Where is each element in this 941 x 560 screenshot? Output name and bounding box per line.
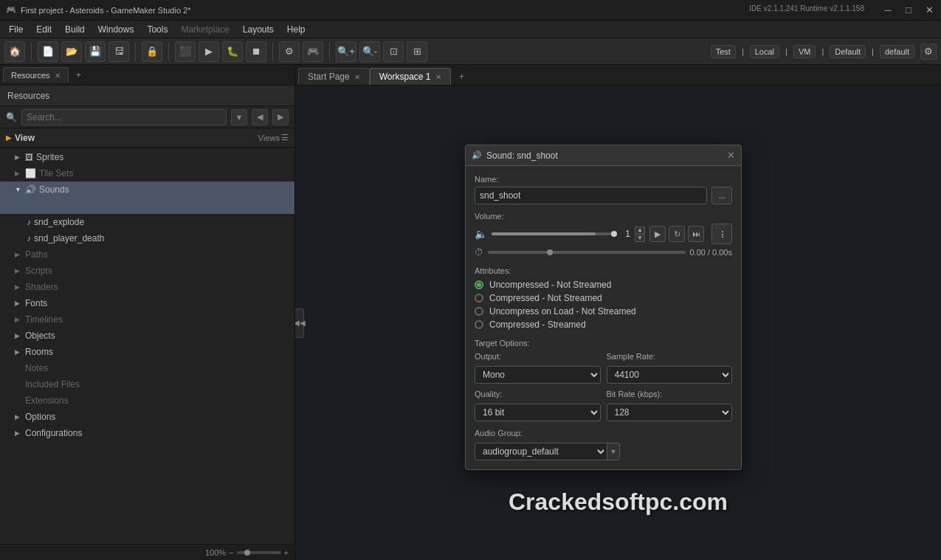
views-menu-icon[interactable]: ☰ xyxy=(281,133,289,142)
attr-compressed-streamed[interactable]: Compressed - Streamed xyxy=(475,319,732,330)
toolbar-zoom-reset[interactable]: ⊡ xyxy=(383,41,404,62)
tab-workspace-1[interactable]: Workspace 1 ✕ xyxy=(370,68,451,85)
volume-spinner: ▲ ▼ xyxy=(635,227,645,242)
toolbar-lock[interactable]: 🔒 xyxy=(142,41,162,62)
sound-dialog-close[interactable]: ✕ xyxy=(727,150,735,161)
output-select-row: Mono Stereo xyxy=(475,366,601,384)
tree-notes[interactable]: Notes xyxy=(0,360,294,376)
tree-scripts[interactable]: ▶ Scripts xyxy=(0,263,294,279)
panel-tab-add[interactable]: + xyxy=(72,68,86,83)
output-select[interactable]: Mono Stereo xyxy=(475,366,601,384)
toolbar-local[interactable]: Local xyxy=(750,45,779,58)
start-page-tab-close[interactable]: ✕ xyxy=(354,73,360,81)
sample-rate-select[interactable]: 44100 22050 11025 xyxy=(607,366,733,384)
tree-options[interactable]: ▶ Options xyxy=(0,409,294,425)
tab-start-page[interactable]: Start Page ✕ xyxy=(298,68,370,85)
paths-label: Paths xyxy=(25,249,48,260)
loop-button[interactable]: ↻ xyxy=(669,226,685,242)
search-next-btn[interactable]: ▶ xyxy=(272,109,289,125)
tree-objects[interactable]: ▶ Objects xyxy=(0,328,294,344)
volume-spin-up[interactable]: ▲ xyxy=(635,227,645,234)
progress-bar[interactable] xyxy=(488,251,686,254)
maximize-button[interactable]: □ xyxy=(903,4,914,16)
audio-group-select[interactable]: audiogroup_default xyxy=(475,443,607,460)
close-button[interactable]: ✕ xyxy=(923,4,935,16)
menu-file[interactable]: File xyxy=(3,23,29,36)
tree-paths[interactable]: ▶ Paths xyxy=(0,246,294,263)
toolbar-settings[interactable]: ⚙ xyxy=(279,41,300,62)
toolbar-default1[interactable]: Default xyxy=(830,45,866,58)
tree-configurations[interactable]: ▶ Configurations xyxy=(0,425,294,441)
toolbar-run[interactable]: ▶ xyxy=(199,41,219,62)
volume-row: 🔈 1 ▲ ▼ ▶ ↻ ⏭ xyxy=(475,224,732,244)
toolbar-settings2[interactable]: ⚙ xyxy=(920,44,937,60)
browse-button[interactable]: ... xyxy=(711,187,732,204)
toolbar-debug[interactable]: 🐛 xyxy=(222,41,243,62)
search-prev-btn[interactable]: ◀ xyxy=(252,109,268,125)
quality-select[interactable]: 16 bit 8 bit xyxy=(475,404,601,421)
playback-controls: ▶ ↻ ⏭ xyxy=(649,226,704,242)
search-input[interactable] xyxy=(21,109,227,125)
tree-timelines[interactable]: ▶ Timelines xyxy=(0,311,294,328)
toolbar-save[interactable]: 💾 xyxy=(85,41,106,62)
tree-fonts[interactable]: ▶ Fonts xyxy=(0,295,294,311)
collapse-handle[interactable]: ◀◀ xyxy=(295,308,304,338)
toolbar-open[interactable]: 📂 xyxy=(61,41,82,62)
search-dropdown-btn[interactable]: ▼ xyxy=(231,109,247,125)
toolbar-build[interactable]: ⬛ xyxy=(175,41,196,62)
menu-help[interactable]: Help xyxy=(281,23,311,36)
fonts-label: Fonts xyxy=(25,298,47,308)
play-button[interactable]: ▶ xyxy=(649,226,666,242)
attr-uncompressed-not-streamed[interactable]: Uncompressed - Not Streamed xyxy=(475,280,732,290)
volume-field-label: Volume: xyxy=(475,212,732,221)
menu-marketplace[interactable]: Marketplace xyxy=(175,23,235,36)
toolbar-sep-default: | xyxy=(872,47,874,56)
left-status-bar: 100% − + xyxy=(0,544,294,560)
zoom-slider-thumb xyxy=(244,550,250,556)
tree-sounds[interactable]: ▼ 🔊 Sounds xyxy=(0,182,294,198)
toolbar-save-all[interactable]: 🖫 xyxy=(108,41,129,62)
toolbar-vm[interactable]: VM xyxy=(793,45,816,58)
toolbar-gamepad[interactable]: 🎮 xyxy=(303,41,323,62)
attr-compressed-not-streamed[interactable]: Compressed - Not Streamed xyxy=(475,293,732,303)
toolbar-zoom-fit[interactable]: ⊞ xyxy=(407,41,427,62)
menu-layouts[interactable]: Layouts xyxy=(237,23,280,36)
toolbar-home[interactable]: 🏠 xyxy=(4,41,25,62)
titlebar: 🎮 First project - Asteroids - GameMaker … xyxy=(0,0,941,21)
tree-sprites[interactable]: ▶ 🖼 Sprites xyxy=(0,149,294,165)
toolbar-default2[interactable]: default xyxy=(880,45,914,58)
tree-shaders[interactable]: ▶ Shaders xyxy=(0,279,294,295)
audio-group-arrow[interactable]: ▼ xyxy=(607,443,620,460)
tree-snd-explode[interactable]: ♪ snd_explode xyxy=(0,214,294,230)
name-input[interactable] xyxy=(475,187,707,204)
zoom-slider[interactable] xyxy=(237,551,281,554)
minimize-button[interactable]: ─ xyxy=(882,4,894,16)
menu-build[interactable]: Build xyxy=(59,23,91,36)
toolbar-test[interactable]: Test xyxy=(711,45,736,58)
tree-snd-player-death[interactable]: ♪ snd_player_death xyxy=(0,230,294,246)
resources-tab[interactable]: Resources ✕ xyxy=(3,67,69,83)
menu-edit[interactable]: Edit xyxy=(30,23,58,36)
toolbar-zoom-in[interactable]: 🔍+ xyxy=(336,41,356,62)
tree-included-files[interactable]: Included Files xyxy=(0,376,294,393)
resource-tree: ▶ 🖼 Sprites ▶ ⬜ Tile Sets ▼ 🔊 Sounds ♪ s… xyxy=(0,148,294,544)
skip-end-button[interactable]: ⏭ xyxy=(688,226,704,242)
menu-windows[interactable]: Windows xyxy=(92,23,140,36)
volume-spin-down[interactable]: ▼ xyxy=(635,235,645,242)
workspace-tab-add[interactable]: + xyxy=(454,69,470,85)
tree-rooms[interactable]: ▶ Rooms xyxy=(0,344,294,360)
tree-extensions[interactable]: Extensions xyxy=(0,393,294,409)
toolbar-zoom-out[interactable]: 🔍- xyxy=(359,41,380,62)
bit-rate-select[interactable]: 128 64 192 xyxy=(607,404,733,421)
toolbar-new[interactable]: 📄 xyxy=(38,41,58,62)
attr-uncompress-on-load[interactable]: Uncompress on Load - Not Streamed xyxy=(475,306,732,317)
volume-slider[interactable] xyxy=(492,232,614,235)
toolbar-stop[interactable]: ⏹ xyxy=(246,41,266,62)
workspace-1-tab-close[interactable]: ✕ xyxy=(435,73,441,81)
menu-tools[interactable]: Tools xyxy=(141,23,173,36)
notes-label: Notes xyxy=(25,363,48,373)
resources-tab-close[interactable]: ✕ xyxy=(55,72,61,80)
toolbar-sep-local: | xyxy=(785,47,787,56)
mixer-button[interactable]: ⫶ xyxy=(711,224,732,244)
tree-tilesets[interactable]: ▶ ⬜ Tile Sets xyxy=(0,165,294,182)
